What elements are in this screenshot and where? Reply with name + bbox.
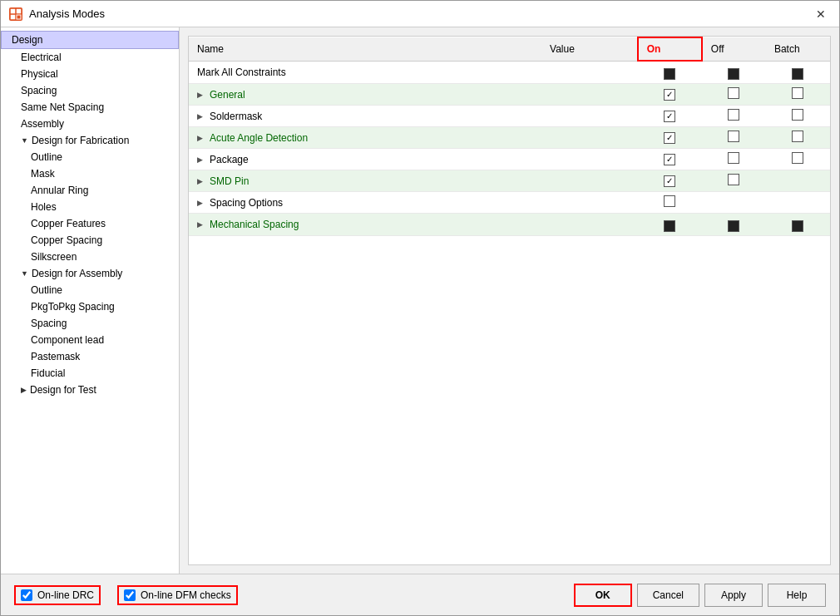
on-checkbox[interactable] <box>664 132 675 144</box>
row-name-label: General <box>206 89 245 101</box>
row-name-cell: ▶Package <box>189 149 541 170</box>
row-name-cell: ▶Spacing Options <box>189 192 541 214</box>
online-drc-label: On-line DRC <box>37 589 94 601</box>
sidebar-item-electrical[interactable]: Electrical <box>1 49 179 66</box>
row-name-cell: Mark All Constraints <box>189 61 541 84</box>
off-checkbox[interactable] <box>728 220 739 232</box>
row-name-cell: ▶Acute Angle Detection <box>189 127 541 149</box>
sidebar-item-label: Mask <box>31 168 55 180</box>
on-checkbox[interactable] <box>664 68 675 80</box>
expand-icon: ▼ <box>21 136 28 145</box>
row-expand-icon[interactable]: ▶ <box>197 155 203 164</box>
off-checkbox[interactable] <box>728 152 739 164</box>
expand-icon: ▼ <box>21 269 28 278</box>
off-checkbox[interactable] <box>728 109 739 121</box>
off-checkbox[interactable] <box>728 131 739 142</box>
sidebar-item-outline[interactable]: Outline <box>1 149 179 165</box>
batch-checkbox[interactable] <box>792 68 803 80</box>
footer-left: On-line DRC On-line DFM checks <box>14 585 557 605</box>
online-dfm-checkbox[interactable] <box>124 589 136 601</box>
row-off-cell <box>702 149 766 170</box>
off-checkbox[interactable] <box>728 87 739 99</box>
sidebar-item-label: Design <box>12 34 42 46</box>
sidebar-item-mask[interactable]: Mask <box>1 165 179 182</box>
sidebar-item-pastemask[interactable]: Pastemask <box>1 348 179 365</box>
on-checkbox[interactable] <box>664 220 675 232</box>
main-content: DesignElectricalPhysicalSpacingSame Net … <box>1 27 839 574</box>
sidebar-item-physical[interactable]: Physical <box>1 66 179 82</box>
analysis-modes-dialog: Analysis Modes ✕ DesignElectricalPhysica… <box>0 0 840 616</box>
table-row: Mark All Constraints <box>189 61 830 84</box>
batch-checkbox[interactable] <box>792 109 803 121</box>
online-drc-wrapper: On-line DRC <box>14 585 101 605</box>
col-value-header: Value <box>541 37 638 61</box>
sidebar-item-label: Design for Assembly <box>32 268 122 279</box>
sidebar-item-spacing[interactable]: Spacing <box>1 315 179 332</box>
help-button[interactable]: Help <box>768 584 826 607</box>
on-checkbox[interactable] <box>664 175 675 187</box>
row-expand-icon[interactable]: ▶ <box>197 134 203 142</box>
ok-button[interactable]: OK <box>574 584 632 607</box>
off-checkbox[interactable] <box>728 68 739 80</box>
off-checkbox[interactable] <box>728 174 739 185</box>
col-on-header: On <box>638 37 702 61</box>
svg-rect-2 <box>11 15 15 19</box>
content-area: Name Value On Off Batch Mark All Constra… <box>180 27 839 574</box>
sidebar-item-component-lead[interactable]: Component lead <box>1 332 179 348</box>
title-bar-left: Analysis Modes <box>9 7 105 21</box>
sidebar-item-fiducial[interactable]: Fiducial <box>1 365 179 382</box>
on-checkbox[interactable] <box>664 154 675 165</box>
on-checkbox[interactable] <box>664 89 675 101</box>
app-icon <box>9 7 22 21</box>
sidebar-item-pkgtopkg-spacing[interactable]: PkgToPkg Spacing <box>1 298 179 315</box>
row-expand-icon[interactable]: ▶ <box>197 220 203 229</box>
row-batch-cell <box>766 106 830 127</box>
row-batch-cell <box>766 61 830 84</box>
svg-rect-3 <box>17 15 21 19</box>
table-row: ▶SMD Pin <box>189 170 830 192</box>
sidebar-item-label: Outline <box>31 284 62 296</box>
batch-checkbox[interactable] <box>792 87 803 99</box>
close-button[interactable]: ✕ <box>811 7 831 22</box>
sidebar-item-design-for-test[interactable]: ▶Design for Test <box>1 382 179 398</box>
batch-checkbox[interactable] <box>792 131 803 142</box>
row-batch-cell <box>766 84 830 106</box>
sidebar-item-design-for-fabrication[interactable]: ▼Design for Fabrication <box>1 132 179 149</box>
row-off-cell <box>702 127 766 149</box>
row-on-cell <box>638 214 702 236</box>
row-expand-icon[interactable]: ▶ <box>197 112 203 121</box>
row-off-cell <box>702 214 766 236</box>
sidebar-item-label: Pastemask <box>31 351 80 362</box>
sidebar-item-spacing[interactable]: Spacing <box>1 82 179 99</box>
on-checkbox[interactable] <box>664 195 675 207</box>
batch-checkbox[interactable] <box>792 152 803 164</box>
sidebar-item-copper-features[interactable]: Copper Features <box>1 215 179 232</box>
sidebar-item-label: Component lead <box>31 334 104 346</box>
sidebar-item-label: Design for Test <box>30 384 96 396</box>
row-expand-icon[interactable]: ▶ <box>197 199 203 207</box>
sidebar-item-outline[interactable]: Outline <box>1 282 179 298</box>
online-drc-checkbox[interactable] <box>21 589 32 601</box>
sidebar-item-label: PkgToPkg Spacing <box>31 301 115 313</box>
sidebar-item-annular-ring[interactable]: Annular Ring <box>1 182 179 199</box>
sidebar-item-holes[interactable]: Holes <box>1 199 179 215</box>
col-name-header: Name <box>189 37 541 61</box>
batch-checkbox[interactable] <box>792 220 803 232</box>
row-value-cell <box>541 192 638 214</box>
sidebar-item-same-net-spacing[interactable]: Same Net Spacing <box>1 99 179 116</box>
sidebar-item-assembly[interactable]: Assembly <box>1 116 179 132</box>
apply-button[interactable]: Apply <box>704 584 763 607</box>
on-checkbox[interactable] <box>664 111 675 122</box>
cancel-button[interactable]: Cancel <box>637 584 699 607</box>
row-value-cell <box>541 149 638 170</box>
sidebar-item-design-for-assembly[interactable]: ▼Design for Assembly <box>1 265 179 282</box>
row-expand-icon[interactable]: ▶ <box>197 91 203 99</box>
row-expand-icon[interactable]: ▶ <box>197 177 203 185</box>
row-value-cell <box>541 61 638 84</box>
sidebar-item-copper-spacing[interactable]: Copper Spacing <box>1 232 179 249</box>
sidebar-item-design[interactable]: Design <box>1 31 179 49</box>
sidebar-item-silkscreen[interactable]: Silkscreen <box>1 249 179 265</box>
dialog-title: Analysis Modes <box>29 7 105 20</box>
table-row: ▶Spacing Options <box>189 192 830 214</box>
row-off-cell <box>702 192 766 214</box>
